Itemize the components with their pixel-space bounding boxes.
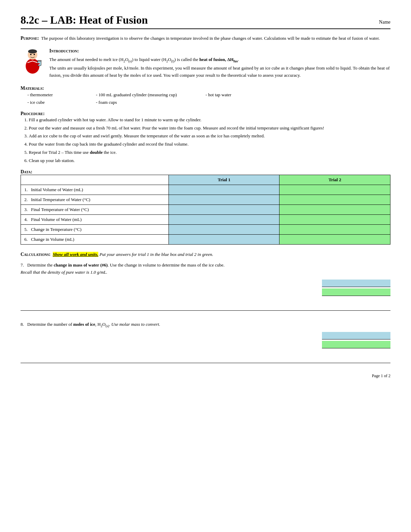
calcs-instruction: Put your answers for trial 1 in the blue… xyxy=(99,252,213,257)
material-1: - thermometer xyxy=(27,91,96,99)
calc-8-answer-blue[interactable] xyxy=(322,332,390,339)
cell-trial1-1[interactable] xyxy=(169,185,279,195)
cell-trial1-2[interactable] xyxy=(169,195,279,205)
calc-item-8: 8. Determine the number of moles of ice,… xyxy=(21,321,390,363)
intro-p2: The units are usually kilojoules per mol… xyxy=(49,65,390,78)
calc-7-text: 7. Determine the change in mass of water… xyxy=(21,262,390,276)
cell-trial2-3[interactable] xyxy=(279,205,390,214)
calcs-label: Calculations: xyxy=(21,252,50,257)
calcs-intro: Calculations: Show all work and units. P… xyxy=(21,251,390,258)
cell-trial1-3[interactable] xyxy=(169,205,279,214)
data-table: Trial 1 Trial 2 1. Initial Volume of Wat… xyxy=(21,175,390,245)
cell-trial2-5[interactable] xyxy=(279,224,390,234)
material-5: - foam cups xyxy=(96,99,206,106)
material-6 xyxy=(206,99,274,106)
materials-label: Materials: xyxy=(21,86,390,91)
calc-7-answer-blue[interactable] xyxy=(322,280,390,287)
calc-8-answer-boxes xyxy=(322,332,390,348)
step-3: Add an ice cube to the cup of water and … xyxy=(29,133,390,140)
col-header-empty xyxy=(21,175,169,185)
calcs-highlight: Show all work and units. xyxy=(53,252,98,257)
purpose-text: The purpose of this laboratory investiga… xyxy=(41,36,380,41)
table-row: 2. Initial Temperature of Water (°C) xyxy=(21,195,390,205)
calc-7-answer-boxes xyxy=(322,280,390,296)
cell-trial1-4[interactable] xyxy=(169,214,279,224)
purpose-label: Purpose: xyxy=(21,36,39,41)
materials-list: - thermometer - 100 mL graduated cylinde… xyxy=(27,91,390,106)
calc-8-text: 8. Determine the number of moles of ice,… xyxy=(21,321,390,329)
intro-text: Introduction: The amount of heat needed … xyxy=(49,47,390,80)
table-row: 1. Initial Volume of Water (mL) xyxy=(21,185,390,195)
cell-trial2-4[interactable] xyxy=(279,214,390,224)
page-footer: Page 1 of 2 xyxy=(21,373,390,379)
material-4: - ice cube xyxy=(27,99,96,106)
intro-label: Introduction: xyxy=(49,48,79,53)
cell-trial1-5[interactable] xyxy=(169,224,279,234)
svg-rect-6 xyxy=(37,60,41,61)
svg-point-3 xyxy=(30,54,32,55)
svg-point-2 xyxy=(28,49,37,53)
step-4: Pour the water from the cup back into th… xyxy=(29,141,390,148)
row-label-2: 2. Initial Temperature of Water (°C) xyxy=(21,195,169,205)
purpose-section: Purpose: The purpose of this laboratory … xyxy=(21,35,390,42)
calc-item-7: 7. Determine the change in mass of water… xyxy=(21,262,390,311)
calc-7-bottom-line xyxy=(21,310,390,311)
materials-section: Materials: - thermometer - 100 mL gradua… xyxy=(21,86,390,106)
calc-8-bottom-line xyxy=(21,363,390,363)
svg-line-7 xyxy=(38,63,39,64)
calc-8-work-area xyxy=(21,332,390,349)
intro-icon xyxy=(21,47,45,80)
row-label-3: 3. Final Temperature of Water (°C) xyxy=(21,205,169,214)
svg-point-4 xyxy=(34,54,35,55)
col-header-trial1: Trial 1 xyxy=(169,175,279,185)
procedure-label: Procedure: xyxy=(21,111,390,116)
step-2: Pour out the water and measure out a fre… xyxy=(29,125,390,132)
row-label-4: 4. Final Volume of Water (mL) xyxy=(21,214,169,224)
table-row: 6. Change in Volume (mL) xyxy=(21,234,390,244)
intro-p1: The amount of heat needed to melt ice (H… xyxy=(49,56,390,64)
data-label: Data: xyxy=(21,169,390,175)
cell-trial2-2[interactable] xyxy=(279,195,390,205)
cell-trial2-6[interactable] xyxy=(279,234,390,244)
calc-7-answer-green[interactable] xyxy=(322,288,390,296)
material-2: - 100 mL graduated cylinder (measuring c… xyxy=(96,91,206,99)
cell-trial1-6[interactable] xyxy=(169,234,279,244)
procedure-list: Fill a graduated cylinder with hot tap w… xyxy=(29,116,390,164)
row-label-6: 6. Change in Volume (mL) xyxy=(21,234,169,244)
col-header-trial2: Trial 2 xyxy=(279,175,390,185)
scientist-illustration xyxy=(21,47,45,75)
material-3: - hot tap water xyxy=(206,91,274,99)
procedure-section: Procedure: Fill a graduated cylinder wit… xyxy=(21,111,390,164)
intro-section: Introduction: The amount of heat needed … xyxy=(21,47,390,80)
row-label-5: 5. Change in Temperature (°C) xyxy=(21,224,169,234)
data-section: Data: Trial 1 Trial 2 1. Initial Volume … xyxy=(21,169,390,245)
table-row: 3. Final Temperature of Water (°C) xyxy=(21,205,390,214)
step-6: Clean up your lab station. xyxy=(29,157,390,164)
step-5: Repeat for Trial 2 – This time use doubl… xyxy=(29,149,390,156)
page-number: Page 1 of 2 xyxy=(372,373,390,378)
name-label: Name xyxy=(379,20,390,25)
table-row: 5. Change in Temperature (°C) xyxy=(21,224,390,234)
cell-trial2-1[interactable] xyxy=(279,185,390,195)
calc-7-work-area xyxy=(21,280,390,297)
row-label-1: 1. Initial Volume of Water (mL) xyxy=(21,185,169,195)
table-row: 4. Final Volume of Water (mL) xyxy=(21,214,390,224)
page-title: 8.2c – LAB: Heat of Fusion xyxy=(21,14,148,26)
calc-8-answer-green[interactable] xyxy=(322,341,390,348)
calcs-section: Calculations: Show all work and units. P… xyxy=(21,251,390,363)
step-1: Fill a graduated cylinder with hot tap w… xyxy=(29,116,390,124)
